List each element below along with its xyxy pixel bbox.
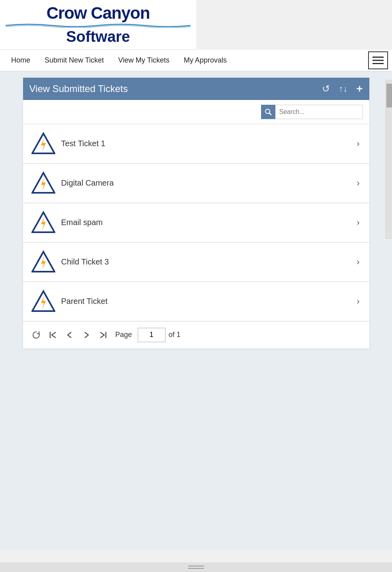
content-panel: View Submitted Tickets ↺ ↑↓ + [23, 78, 369, 349]
page-of: of 1 [169, 331, 181, 339]
menu-button[interactable] [368, 51, 388, 69]
ticket-icon-3 [29, 248, 57, 276]
bottom-bar [0, 562, 392, 572]
ticket-name-1: Digital Camera [57, 178, 357, 188]
pagination-last-icon[interactable] [96, 328, 110, 342]
pagination-refresh-icon[interactable] [29, 328, 43, 342]
search-icon [261, 105, 275, 119]
ticket-name-0: Test Ticket 1 [57, 139, 357, 148]
search-bar [23, 100, 369, 124]
panel-actions: ↺ ↑↓ + [322, 82, 363, 95]
ticket-item-2[interactable]: Email spam › [23, 203, 369, 243]
scrollbar[interactable] [386, 80, 392, 239]
nav-item-home[interactable]: Home [4, 50, 37, 71]
svg-line-1 [269, 113, 271, 115]
ticket-name-2: Email spam [57, 218, 357, 227]
logo-text: Crow Canyon Software [6, 4, 191, 45]
logo-line2: Software [66, 29, 130, 45]
ticket-item-1[interactable]: Digital Camera › [23, 164, 369, 203]
ticket-item-3[interactable]: Child Ticket 3 › [23, 243, 369, 282]
pagination: Page of 1 [23, 321, 369, 349]
ticket-arrow-4[interactable]: › [357, 296, 363, 307]
bottom-bar-lines [188, 566, 204, 569]
svg-marker-5 [41, 177, 46, 191]
panel-header: View Submitted Tickets ↺ ↑↓ + [23, 78, 369, 100]
refresh-icon[interactable]: ↺ [322, 83, 330, 94]
menu-line1 [372, 57, 384, 58]
ticket-item-0[interactable]: Test Ticket 1 › [23, 124, 369, 164]
ticket-arrow-3[interactable]: › [357, 257, 363, 267]
logo-line1: Crow Canyon [47, 4, 150, 22]
svg-marker-7 [41, 216, 46, 231]
add-icon[interactable]: + [356, 82, 363, 95]
ticket-arrow-1[interactable]: › [357, 178, 363, 188]
ticket-name-4: Parent Ticket [57, 297, 357, 306]
svg-marker-11 [41, 295, 46, 310]
svg-marker-3 [41, 137, 46, 152]
main-area: View Submitted Tickets ↺ ↑↓ + [0, 72, 392, 550]
search-input[interactable] [275, 105, 363, 119]
nav-item-view[interactable]: View My Tickets [111, 50, 177, 71]
pagination-first-icon[interactable] [46, 328, 60, 342]
bottom-bar-line1 [188, 566, 204, 566]
pagination-next-icon[interactable] [80, 328, 93, 342]
ticket-icon-4 [29, 288, 57, 315]
logo-area: Crow Canyon Software [0, 0, 196, 50]
menu-line3 [372, 63, 384, 64]
pagination-prev-icon[interactable] [63, 328, 76, 342]
nav-bar: Home Submit New Ticket View My Tickets M… [0, 50, 392, 72]
sort-icon[interactable]: ↑↓ [339, 84, 347, 94]
nav-item-submit[interactable]: Submit New Ticket [37, 50, 111, 71]
panel-title: View Submitted Tickets [29, 83, 322, 94]
ticket-icon-0 [29, 130, 57, 158]
ticket-name-3: Child Ticket 3 [57, 257, 357, 266]
ticket-list: Test Ticket 1 › Digital Camera › [23, 124, 369, 321]
page-input[interactable] [138, 328, 166, 342]
nav-item-approvals[interactable]: My Approvals [177, 50, 234, 71]
ticket-arrow-0[interactable]: › [357, 139, 363, 149]
ticket-item-4[interactable]: Parent Ticket › [23, 282, 369, 321]
ticket-arrow-2[interactable]: › [357, 217, 363, 228]
scrollbar-thumb[interactable] [386, 84, 392, 108]
svg-marker-9 [41, 256, 46, 270]
bottom-bar-line2 [188, 568, 204, 569]
ticket-icon-1 [29, 169, 57, 197]
logo-wave-icon [6, 23, 191, 28]
menu-line2 [372, 60, 384, 61]
ticket-icon-2 [29, 209, 57, 237]
page-label: Page [115, 331, 132, 339]
